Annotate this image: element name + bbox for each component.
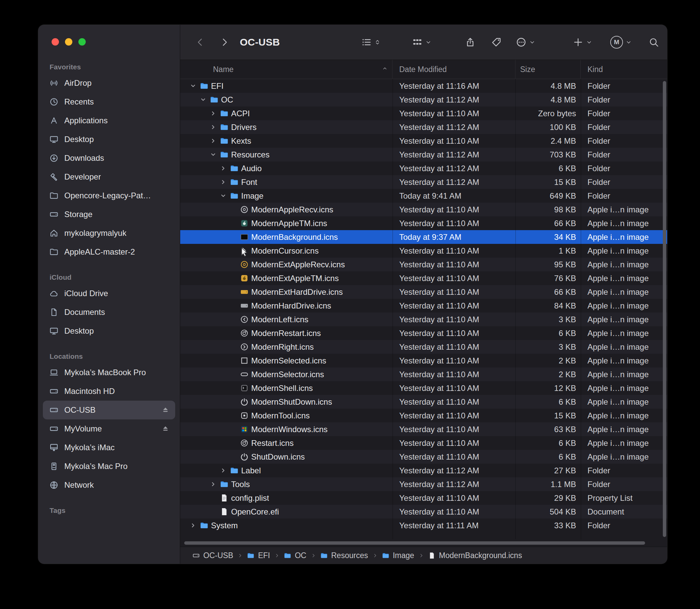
new-item-button[interactable] (573, 37, 593, 48)
disclosure-closed-icon[interactable] (219, 164, 227, 173)
disclosure-open-icon[interactable] (219, 192, 227, 200)
sidebar-item-recents[interactable]: Recents (43, 92, 175, 111)
path-item-resources[interactable]: Resources (320, 551, 368, 560)
disclosure-closed-icon[interactable] (209, 123, 217, 131)
horizontal-scrollbar[interactable] (180, 539, 661, 547)
file-row-shutdown-icns[interactable]: ShutDown.icnsYesterday at 11:10 AM6 KBAp… (180, 450, 667, 464)
path-item-modernbackground-icns[interactable]: ModernBackground.icns (428, 551, 522, 560)
horizontal-scrollbar-thumb[interactable] (184, 541, 645, 545)
sidebar-item-myvolume[interactable]: MyVolume (43, 419, 175, 438)
tags-button[interactable] (491, 37, 502, 48)
file-row-modernselector-icns[interactable]: ModernSelector.icnsYesterday at 11:10 AM… (180, 367, 667, 381)
disclosure-closed-icon[interactable] (209, 480, 217, 488)
file-row-modernwindows-icns[interactable]: ModernWindows.icnsYesterday at 11:10 AM6… (180, 422, 667, 436)
account-button[interactable]: M (610, 36, 632, 49)
eject-icon[interactable] (161, 424, 170, 433)
path-item-oc[interactable]: OC (284, 551, 307, 560)
sidebar-item-desktop[interactable]: Desktop (43, 130, 175, 149)
forward-button[interactable] (219, 37, 230, 48)
search-button[interactable] (648, 37, 659, 48)
sidebar-item-storage[interactable]: Storage (43, 205, 175, 224)
sidebar-item-mykola-s-imac[interactable]: Mykola’s iMac (43, 438, 175, 457)
minimize-window-button[interactable] (65, 38, 72, 46)
sidebar-item-applealc-master-2[interactable]: AppleALC-master-2 (43, 243, 175, 261)
close-window-button[interactable] (52, 38, 59, 46)
sidebar-item-network[interactable]: Network (43, 476, 175, 494)
file-row-drivers[interactable]: DriversYesterday at 11:12 AM100 KBFolder (180, 120, 667, 134)
file-row-modernright-icns[interactable]: ModernRight.icnsYesterday at 11:10 AM3 K… (180, 340, 667, 354)
sidebar-item-developer[interactable]: Developer (43, 168, 175, 186)
sidebar-item-applications[interactable]: Applications (43, 111, 175, 130)
sidebar-item-macintosh-hd[interactable]: Macintosh HD (43, 382, 175, 401)
sidebar-item-desktop[interactable]: Desktop (43, 321, 175, 340)
column-header-date-modified[interactable]: Date Modified (392, 60, 515, 79)
view-options-button[interactable] (361, 37, 381, 48)
file-row-system[interactable]: SystemYesterday at 11:11 AM33 KBFolder (180, 519, 667, 532)
file-row-label[interactable]: LabelYesterday at 11:12 AM27 KBFolder (180, 464, 667, 477)
column-header-name[interactable]: Name (180, 60, 392, 79)
file-row-modernextappletm-icns[interactable]: ModernExtAppleTM.icnsYesterday at 11:10 … (180, 271, 667, 285)
sidebar-item-oc-usb[interactable]: OC-USB (43, 401, 175, 419)
file-row-audio[interactable]: AudioYesterday at 11:12 AM6 KBFolder (180, 161, 667, 175)
disclosure-closed-icon[interactable] (209, 109, 217, 118)
share-button[interactable] (465, 37, 476, 48)
disclosure-closed-icon[interactable] (219, 178, 227, 186)
sidebar-item-icloud-drive[interactable]: iCloud Drive (43, 284, 175, 303)
vertical-scrollbar[interactable] (662, 80, 667, 539)
file-row-kexts[interactable]: KextsYesterday at 11:10 AM2.4 MBFolder (180, 134, 667, 148)
column-header-kind[interactable]: Kind (581, 60, 667, 79)
path-item-oc-usb[interactable]: OC-USB (192, 551, 233, 560)
file-row-font[interactable]: FontYesterday at 11:12 AM15 KBFolder (180, 175, 667, 189)
file-row-acpi[interactable]: ACPIYesterday at 11:10 AMZero bytesFolde… (180, 106, 667, 120)
file-row-config-plist[interactable]: config.plistYesterday at 11:10 AM29 KBPr… (180, 491, 667, 505)
file-row-modernshell-icns[interactable]: ModernShell.icnsYesterday at 11:10 AM12 … (180, 381, 667, 395)
file-row-moderncursor-icns[interactable]: ModernCursor.icnsYesterday at 11:10 AM1 … (180, 244, 667, 258)
file-row-modernharddrive-icns[interactable]: ModernHardDrive.icnsYesterday at 11:10 A… (180, 299, 667, 313)
more-actions-button[interactable] (516, 37, 536, 48)
file-row-tools[interactable]: ToolsYesterday at 11:12 AM1.1 MBFolder (180, 477, 667, 491)
column-header-size[interactable]: Size (515, 60, 581, 79)
group-by-button[interactable] (412, 37, 432, 48)
sidebar-item-mykola-s-macbook-pro[interactable]: Mykola’s MacBook Pro (43, 363, 175, 382)
file-row-modernextapplerecv-icns[interactable]: ModernExtAppleRecv.icnsYesterday at 11:1… (180, 258, 667, 271)
file-name: config.plist (231, 493, 269, 503)
file-row-opencore-efi[interactable]: OpenCore.efiYesterday at 11:10 AM504 KBD… (180, 505, 667, 519)
disclosure-closed-icon[interactable] (209, 137, 217, 145)
column-resize-separator[interactable] (581, 79, 581, 539)
file-row-image[interactable]: ImageToday at 9:41 AM649 KBFolder (180, 189, 667, 203)
file-row-resources[interactable]: ResourcesYesterday at 11:12 AM703 KBFold… (180, 148, 667, 161)
column-resize-separator[interactable] (515, 79, 516, 539)
eject-icon[interactable] (161, 406, 170, 414)
sidebar-item-opencore-legacy-pat[interactable]: Opencore-Legacy-Pat… (43, 186, 175, 205)
size-cell: 76 KB (515, 274, 581, 283)
file-row-modernleft-icns[interactable]: ModernLeft.icnsYesterday at 11:10 AM3 KB… (180, 313, 667, 326)
disclosure-open-icon[interactable] (199, 96, 207, 104)
zoom-window-button[interactable] (78, 38, 86, 46)
file-row-modernappletm-icns[interactable]: ModernAppleTM.icnsYesterday at 11:10 AM6… (180, 216, 667, 230)
file-row-restart-icns[interactable]: Restart.icnsYesterday at 11:10 AM6 KBApp… (180, 436, 667, 450)
file-row-modernapplerecv-icns[interactable]: ModernAppleRecv.icnsYesterday at 11:10 A… (180, 203, 667, 216)
disclosure-closed-icon[interactable] (189, 522, 197, 529)
column-resize-separator[interactable] (392, 79, 393, 539)
back-button[interactable] (195, 37, 206, 48)
path-item-efi[interactable]: EFI (247, 551, 270, 560)
file-row-modernselected-icns[interactable]: ModernSelected.icnsYesterday at 11:10 AM… (180, 354, 667, 367)
file-row-modernextharddrive-icns[interactable]: ModernExtHardDrive.icnsYesterday at 11:1… (180, 285, 667, 299)
sidebar-item-mykolagrymalyuk[interactable]: mykolagrymalyuk (43, 224, 175, 243)
vertical-scrollbar-thumb[interactable] (663, 81, 666, 537)
file-row-modernshutdown-icns[interactable]: ModernShutDown.icnsYesterday at 11:10 AM… (180, 395, 667, 409)
disclosure-closed-icon[interactable] (219, 467, 227, 475)
disclosure-spacer (229, 329, 237, 337)
disclosure-open-icon[interactable] (189, 82, 197, 90)
sidebar-item-airdrop[interactable]: AirDrop (43, 74, 175, 92)
sidebar-item-mykola-s-mac-pro[interactable]: Mykola’s Mac Pro (43, 457, 175, 476)
path-item-image[interactable]: Image (382, 551, 414, 560)
file-row-modernrestart-icns[interactable]: ModernRestart.icnsYesterday at 11:10 AM6… (180, 326, 667, 340)
file-row-oc[interactable]: OCYesterday at 11:12 AM4.8 MBFolder (180, 93, 667, 106)
file-row-modernbackground-icns[interactable]: ModernBackground.icnsToday at 9:37 AM34 … (180, 230, 667, 244)
disclosure-open-icon[interactable] (209, 151, 217, 159)
sidebar-item-downloads[interactable]: Downloads (43, 149, 175, 168)
file-row-efi[interactable]: EFIYesterday at 11:16 AM4.8 MBFolder (180, 79, 667, 93)
sidebar-item-documents[interactable]: Documents (43, 303, 175, 321)
file-row-moderntool-icns[interactable]: ModernTool.icnsYesterday at 11:10 AM15 K… (180, 409, 667, 422)
